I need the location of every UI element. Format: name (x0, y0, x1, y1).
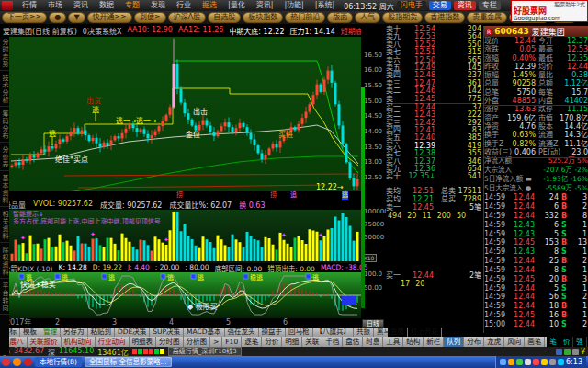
mini-tab[interactable]: 强 (573, 337, 587, 347)
tray-icon[interactable] (558, 359, 564, 365)
indicator-tab[interactable]: 共振 (354, 328, 374, 337)
connection-status[interactable]: 高级行情_深圳F10线3 (168, 347, 242, 356)
view-tab[interactable]: 明细表 (130, 337, 157, 347)
toolbar-button[interactable]: 下一页>> (2, 12, 47, 23)
view-tab[interactable]: 分价 (262, 337, 282, 347)
kdj-pane[interactable]: 逃逃逃逃逃稳逃逃快进+稳买◆ 极限买 (9, 272, 361, 318)
toolbar-button[interactable]: 自选股 (208, 12, 241, 23)
menu-quick-button[interactable]: 交易 (429, 1, 451, 10)
menu-item[interactable]: 行业 (171, 0, 197, 11)
left-tab[interactable]: 筹码分布 (0, 110, 9, 143)
mini-tab[interactable]: 价 (560, 337, 574, 347)
buy-row[interactable]: 买十12.35↓541 (386, 173, 483, 180)
indicator-tab[interactable]: 模板 (20, 328, 40, 337)
view-tab[interactable]: 千档 (322, 337, 343, 347)
task-button[interactable]: 全国鼠标·全信息影蒙略... (85, 357, 172, 367)
left-tab[interactable]: 除权资料 (0, 247, 9, 279)
indicator-tab[interactable]: 黑马金鹰 (374, 328, 408, 337)
indicator-tab[interactable]: 【八旗兵】 (313, 328, 355, 337)
toolbar-button[interactable]: 热门前沿 (285, 12, 325, 23)
task-button[interactable]: 本地行情(B) (35, 357, 82, 367)
quick-launch-icon[interactable] (2, 358, 10, 366)
menu-item[interactable]: |量化 (222, 0, 251, 11)
view-tab[interactable]: 明细 (282, 337, 302, 347)
toolbar-button[interactable]: 股指期货 (382, 12, 423, 23)
toolbar-button[interactable]: 香港指数 (424, 12, 465, 23)
view-tab[interactable]: 风向 (504, 337, 525, 347)
view-tab[interactable]: 新栏 (424, 337, 444, 347)
tray-icon[interactable] (525, 359, 531, 365)
toolbar-button[interactable]: 版面 (327, 12, 353, 23)
indicator-tab[interactable]: 粘贴到 (88, 328, 116, 337)
tray-icon[interactable] (500, 359, 506, 365)
view-tab[interactable]: 关联报价 (28, 337, 62, 347)
quick-launch-icon[interactable] (13, 358, 21, 366)
menu-item[interactable]: 资讯| (251, 0, 279, 11)
left-tab[interactable]: 基本资料 (0, 175, 9, 207)
left-tab[interactable]: 分时走势 (0, 39, 9, 71)
status-icon[interactable] (556, 349, 562, 355)
menu-quick-button[interactable]: 资讯 (454, 1, 476, 10)
view-tab[interactable]: 分布 (464, 337, 484, 347)
toolbar-button[interactable]: ▼ (68, 12, 85, 23)
indicator-tab[interactable]: 红上开花 (408, 328, 442, 337)
left-tab[interactable]: 技术分析 (0, 75, 9, 107)
menu-quick-button[interactable]: 闪电手 (397, 1, 426, 10)
goodgupiao-logo[interactable]: 股票助牛2式 好股票网 Goodgupiao.com (511, 0, 588, 22)
view-tab[interactable]: 队列 (444, 337, 464, 347)
menu-item[interactable]: 数据 (94, 0, 119, 11)
view-tab[interactable]: 分时图 (156, 337, 184, 347)
pane-divider-strip[interactable] (361, 87, 365, 308)
menu-item[interactable]: 资讯 (68, 0, 94, 11)
tick-list[interactable]: 14:5912.44 24B 3 14:5912.44 6B 2 14:5912… (484, 193, 588, 329)
menu-quick-button[interactable]: 专栏 (479, 1, 501, 10)
indicator-tab[interactable]: DDE决策 (115, 328, 150, 337)
toolbar-button[interactable]: 沪深A股 (168, 12, 206, 23)
view-tab[interactable]: 龙虎 (484, 337, 504, 347)
view-tab[interactable]: 行业动向 (96, 337, 130, 347)
toolbar-button[interactable]: ● (49, 12, 66, 23)
view-tab[interactable]: F10 (222, 337, 242, 347)
mini-tab[interactable]: 笔 (547, 337, 560, 347)
menu-item[interactable]: 发现 (145, 0, 171, 11)
tray-icon[interactable] (541, 359, 548, 365)
toolbar-button[interactable]: 板块指数 (243, 12, 283, 23)
indicator-tab[interactable]: 管理 (40, 328, 61, 337)
view-tab[interactable]: 画笔 (525, 337, 545, 347)
status-icon[interactable] (572, 349, 579, 355)
tray-icon[interactable] (549, 359, 556, 365)
main-candlestick-chart[interactable]: 逃逃逃一→逃一→绝佳*买点出击金位买进12.22→出货 (9, 37, 361, 191)
indicator-tab[interactable]: 回马枪 (286, 328, 313, 337)
left-tab[interactable]: 平台转向 (0, 282, 9, 315)
sell-row[interactable]: 卖一12.45775 (386, 96, 483, 103)
status-icon[interactable] (564, 349, 571, 355)
toolbar-button[interactable]: 贵重金属 (467, 12, 507, 23)
toolbar-button[interactable]: 到便> (134, 12, 166, 23)
view-tab[interactable]: 时息 (363, 337, 383, 347)
indicator-tab[interactable]: SUP决策 (150, 328, 184, 337)
menu-item[interactable]: 行情 (17, 0, 42, 11)
view-tab[interactable]: 分析图 (184, 337, 211, 347)
indicator-tab[interactable]: 强在龙头 (225, 328, 259, 337)
menu-item[interactable]: 掘选 (197, 0, 222, 11)
menu-item[interactable]: 专题 (119, 0, 145, 11)
indicator-tab[interactable]: MACD基本 (184, 328, 224, 337)
view-tab[interactable]: 机构动向 (62, 337, 96, 347)
menu-item[interactable]: |系统| (310, 0, 340, 11)
toolbar-button[interactable]: 快开通>> (87, 12, 132, 23)
tray-icon[interactable] (508, 359, 514, 365)
view-tab[interactable]: 工具 (383, 337, 403, 347)
left-tab[interactable]: 相关资料 (0, 211, 9, 243)
view-tab[interactable]: > (210, 337, 222, 347)
toolbar-button[interactable]: 人气 (355, 12, 380, 23)
tray-icon[interactable] (516, 359, 523, 365)
view-tab[interactable]: 逐笔 (242, 337, 262, 347)
tray-icon[interactable] (533, 359, 539, 365)
stock-header[interactable]: R 600643 爱建集团 (484, 26, 588, 37)
view-tab[interactable]: 盘估 (343, 337, 363, 347)
menu-item[interactable]: |功能| (278, 0, 309, 11)
indicator-tab[interactable]: 操盘手 (259, 328, 287, 337)
view-tab[interactable]: 结构 (403, 337, 424, 347)
quick-launch-icon[interactable] (24, 358, 32, 366)
menu-item[interactable]: 市场 (42, 0, 68, 11)
